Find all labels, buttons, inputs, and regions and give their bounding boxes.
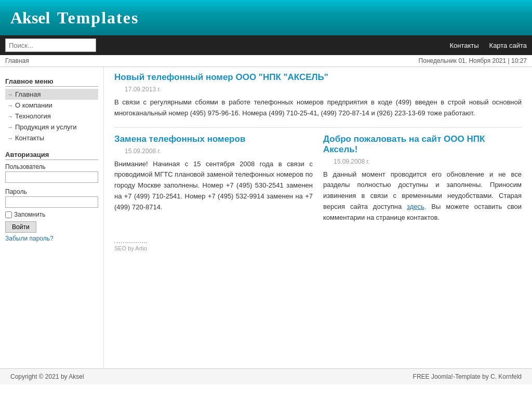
article-3-body: В данный момент проводится его обновлени… <box>323 169 522 223</box>
remember-checkbox[interactable] <box>5 211 12 218</box>
header: Aksel Templates <box>0 0 532 35</box>
breadcrumb-datetime: Понедельник 01. Ноября 2021 | 10:27 <box>419 57 527 64</box>
sidebar-item-about[interactable]: → О компании <box>5 100 98 111</box>
seo-footer-link[interactable]: SEO by Artio <box>114 242 147 251</box>
logo-templates: Templates <box>57 8 139 28</box>
user-label: Пользователь <box>5 163 98 170</box>
article-1-title[interactable]: Новый телефонный номер ООО "НПК "АКСЕЛЬ" <box>114 72 522 83</box>
sidebar: Главное меню → Главная → О компании → Те… <box>0 67 104 368</box>
arrow-icon-products: → <box>7 124 13 130</box>
footer-copyright: Copyright © 2021 by Aksel <box>10 373 84 380</box>
article-2-title[interactable]: Замена телефонных номеров <box>114 134 313 144</box>
nav-contacts-link[interactable]: Контакты <box>449 42 478 49</box>
sidebar-item-products[interactable]: → Продукция и услуги <box>5 122 98 132</box>
sidebar-item-products-label: Продукция и услуги <box>15 123 76 131</box>
sidebar-item-contacts-label: Контакты <box>15 134 44 142</box>
article-1-date: 17.09.2013 г. <box>114 86 522 93</box>
breadcrumb-home[interactable]: Главная <box>5 57 29 64</box>
two-col-articles: Замена телефонных номеров 15.09.2008 г. … <box>114 134 522 232</box>
nav-links: Контакты Карта сайта <box>449 42 527 49</box>
breadcrumb-bar: Главная Понедельник 01. Ноября 2021 | 10… <box>0 55 532 67</box>
footer-template-credit: FREE Joomla!-Template by C. Kornfeld <box>413 373 522 380</box>
password-input[interactable] <box>5 196 98 208</box>
article-3-title[interactable]: Добро пожаловать на сайт ООО НПК Аксель! <box>323 134 522 155</box>
login-button[interactable]: Войти <box>5 221 36 233</box>
main-layout: Главное меню → Главная → О компании → Те… <box>0 67 532 368</box>
password-label: Пароль <box>5 188 98 195</box>
article-3-here-link[interactable]: здесь <box>407 203 424 210</box>
content-area: Новый телефонный номер ООО "НПК "АКСЕЛЬ"… <box>104 67 532 368</box>
main-menu-title: Главное меню <box>5 77 98 87</box>
searchbar: Контакты Карта сайта <box>0 35 532 55</box>
sidebar-item-contacts[interactable]: → Контакты <box>5 132 98 143</box>
article-divider-1 <box>114 127 522 128</box>
sidebar-item-home-label: Главная <box>15 90 41 98</box>
search-input[interactable] <box>5 38 96 52</box>
nav-sitemap-link[interactable]: Карта сайта <box>489 42 527 49</box>
remember-row: Запомнить <box>5 211 98 218</box>
article-2-body: Внимание! Начиная с 15 сентября 2008 год… <box>114 159 313 213</box>
logo-aksel: Aksel <box>10 8 50 28</box>
article-1: Новый телефонный номер ООО "НПК "АКСЕЛЬ"… <box>114 72 522 119</box>
arrow-icon-technology: → <box>7 113 13 119</box>
arrow-icon-about: → <box>7 102 13 109</box>
arrow-icon-home: → <box>7 91 13 98</box>
sidebar-item-home[interactable]: → Главная <box>5 89 98 100</box>
sidebar-item-technology[interactable]: → Технология <box>5 111 98 122</box>
sidebar-item-about-label: О компании <box>15 101 52 109</box>
article-3: Добро пожаловать на сайт ООО НПК Аксель!… <box>323 134 522 232</box>
article-2: Замена телефонных номеров 15.09.2008 г. … <box>114 134 313 232</box>
article-1-body: В связи с регулярными сбоями в работе те… <box>114 97 522 119</box>
article-3-date: 15.09.2008 г. <box>323 158 522 165</box>
forgot-password-link[interactable]: Забыли пароль? <box>5 235 98 242</box>
auth-title: Авторизация <box>5 151 98 160</box>
arrow-icon-contacts: → <box>7 135 13 141</box>
article-2-date: 15.09.2008 г. <box>114 148 313 155</box>
sidebar-item-technology-label: Технология <box>15 112 51 120</box>
page-footer: Copyright © 2021 by Aksel FREE Joomla!-T… <box>0 368 532 384</box>
remember-label: Запомнить <box>14 211 45 218</box>
username-input[interactable] <box>5 171 98 183</box>
